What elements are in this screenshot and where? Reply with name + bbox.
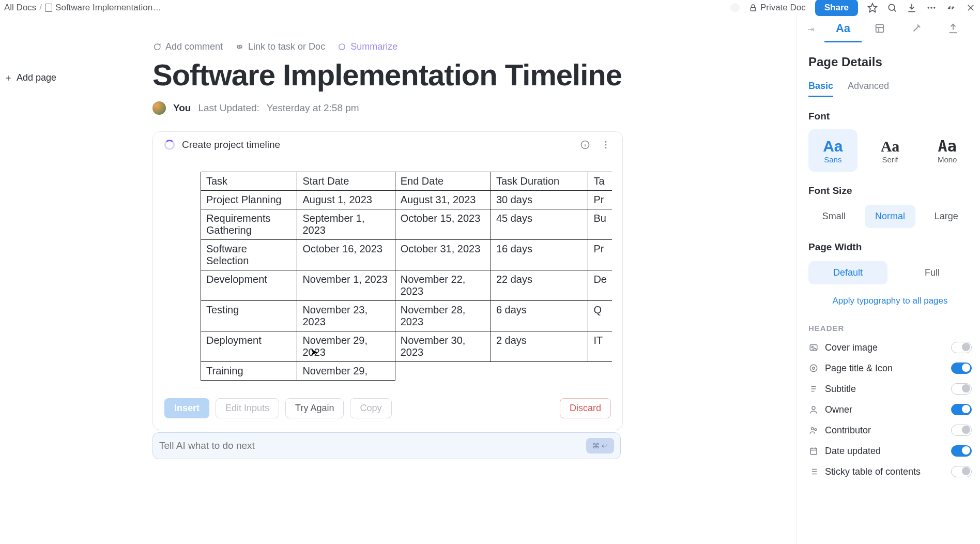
breadcrumb-root[interactable]: All Docs bbox=[4, 3, 36, 13]
last-updated-value: Yesterday at 2:58 pm bbox=[267, 102, 359, 114]
svg-rect-0 bbox=[751, 7, 755, 11]
panel-icon-tabs: ⇥ Aa bbox=[797, 16, 972, 42]
toggle-contributor[interactable] bbox=[951, 425, 972, 436]
font-mono[interactable]: AaMono bbox=[923, 129, 972, 172]
download-icon[interactable] bbox=[907, 3, 917, 13]
panel-title: Page Details bbox=[808, 55, 972, 69]
ai-block: Create project timeline Task Start Date bbox=[152, 131, 623, 430]
svg-rect-18 bbox=[876, 24, 884, 32]
add-comment-button[interactable]: Add comment bbox=[152, 41, 223, 52]
cell-start: October 16, 2023 bbox=[297, 240, 395, 270]
tab-template[interactable] bbox=[862, 16, 898, 42]
ai-button-row: Insert Edit Inputs Try Again Copy Discar… bbox=[153, 386, 622, 430]
toggle-subtitle[interactable] bbox=[951, 383, 972, 395]
opt-date-updated: Date updated bbox=[808, 445, 972, 457]
svg-point-27 bbox=[815, 429, 817, 431]
privacy-label: Private Doc bbox=[760, 3, 806, 13]
ai-table-wrap: Task Start Date End Date Task Duration T… bbox=[153, 158, 622, 386]
copy-button[interactable]: Copy bbox=[350, 398, 391, 418]
tab-ai[interactable] bbox=[898, 16, 935, 42]
cell-task: Project Planning bbox=[201, 191, 297, 209]
star-icon[interactable] bbox=[867, 3, 878, 13]
th-start: Start Date bbox=[297, 172, 395, 191]
calendar-icon bbox=[808, 446, 819, 456]
breadcrumb-current[interactable]: Software Implementation… bbox=[55, 3, 161, 13]
more-icon[interactable] bbox=[926, 3, 937, 13]
svg-point-17 bbox=[605, 147, 607, 148]
table-row[interactable]: Software SelectionOctober 16, 2023Octobe… bbox=[201, 240, 612, 270]
ai-send-button[interactable]: ⌘ ↵ bbox=[586, 438, 614, 454]
font-sans[interactable]: AaSans bbox=[808, 129, 858, 172]
panel-tabs: Basic Advanced bbox=[808, 81, 972, 97]
info-icon[interactable] bbox=[580, 140, 590, 150]
opt-title-icon: Page title & Icon bbox=[808, 362, 972, 374]
opt-label: Cover image bbox=[825, 342, 878, 353]
page-title[interactable]: Software Implementation Timeline bbox=[152, 57, 797, 92]
size-small[interactable]: Small bbox=[808, 205, 860, 228]
tab-export[interactable] bbox=[935, 16, 972, 42]
close-icon[interactable] bbox=[966, 3, 976, 13]
cell-last: Pr bbox=[588, 191, 612, 209]
svg-point-15 bbox=[605, 141, 607, 143]
summarize-button[interactable]: Summarize bbox=[338, 41, 397, 52]
cell-last: IT bbox=[588, 331, 612, 362]
discard-button[interactable]: Discard bbox=[560, 398, 611, 418]
timeline-table[interactable]: Task Start Date End Date Task Duration T… bbox=[201, 172, 612, 381]
search-icon[interactable] bbox=[887, 3, 897, 13]
link-task-button[interactable]: Link to task or Doc bbox=[235, 41, 325, 52]
avatar[interactable] bbox=[152, 101, 166, 115]
opt-sticky-toc: Sticky table of contents bbox=[808, 466, 972, 477]
tab-typography[interactable]: Aa bbox=[824, 16, 861, 42]
toggle-date-updated[interactable] bbox=[951, 445, 972, 457]
cell-end bbox=[395, 362, 491, 381]
collapse-icon[interactable] bbox=[946, 3, 956, 13]
topbar-right: Private Doc Share bbox=[730, 0, 976, 16]
font-serif[interactable]: AaSerif bbox=[866, 129, 915, 172]
edit-inputs-button[interactable]: Edit Inputs bbox=[216, 398, 279, 418]
width-default[interactable]: Default bbox=[808, 261, 887, 284]
toggle-cover[interactable] bbox=[951, 342, 972, 353]
table-row[interactable]: TrainingNovember 29, bbox=[201, 362, 612, 381]
image-icon bbox=[808, 342, 819, 353]
ai-followup-input[interactable] bbox=[159, 440, 523, 451]
indent-icon[interactable]: ⇥ bbox=[797, 16, 824, 42]
ai-prompt-text: Create project timeline bbox=[182, 139, 280, 150]
cell-start: August 1, 2023 bbox=[297, 191, 395, 209]
table-row[interactable]: DeploymentNovember 29, 2023November 30, … bbox=[201, 331, 612, 362]
svg-point-16 bbox=[605, 144, 607, 146]
table-row[interactable]: Requirements GatheringSeptember 1, 2023O… bbox=[201, 209, 612, 240]
size-normal[interactable]: Normal bbox=[865, 205, 916, 228]
tab-basic[interactable]: Basic bbox=[808, 81, 833, 97]
tab-advanced[interactable]: Advanced bbox=[848, 81, 889, 97]
svg-point-11 bbox=[339, 44, 345, 50]
add-page-button[interactable]: Add page bbox=[4, 72, 112, 83]
insert-button[interactable]: Insert bbox=[164, 398, 209, 418]
cell-end: November 22, 2023 bbox=[395, 270, 491, 301]
toggle-owner[interactable] bbox=[951, 404, 972, 415]
opt-label: Contributor bbox=[825, 425, 871, 436]
list-icon bbox=[808, 466, 819, 477]
table-row[interactable]: Project PlanningAugust 1, 2023August 31,… bbox=[201, 191, 612, 209]
font-size-row: Small Normal Large bbox=[808, 205, 972, 228]
try-again-button[interactable]: Try Again bbox=[285, 398, 344, 418]
header-section-label: HEADER bbox=[808, 324, 972, 333]
table-row[interactable]: DevelopmentNovember 1, 2023November 22, … bbox=[201, 270, 612, 301]
share-button[interactable]: Share bbox=[815, 0, 858, 16]
kebab-icon[interactable] bbox=[601, 140, 611, 150]
privacy-badge[interactable]: Private Doc bbox=[749, 3, 806, 13]
breadcrumb-separator: / bbox=[39, 3, 42, 13]
width-full[interactable]: Full bbox=[893, 261, 972, 284]
table-row[interactable]: TestingNovember 23, 2023November 28, 202… bbox=[201, 301, 612, 331]
last-updated-label: Last Updated: bbox=[198, 102, 259, 114]
cell-dur: 16 days bbox=[491, 240, 588, 270]
toggle-title-icon[interactable] bbox=[951, 362, 972, 374]
aa-icon: Aa bbox=[938, 137, 957, 155]
presence-icon[interactable] bbox=[730, 3, 740, 12]
svg-line-3 bbox=[894, 9, 896, 11]
cell-task: Software Selection bbox=[201, 240, 297, 270]
cell-task: Testing bbox=[201, 301, 297, 331]
apply-typography-link[interactable]: Apply typography to all pages bbox=[808, 296, 972, 306]
toggle-sticky-toc[interactable] bbox=[951, 466, 972, 477]
size-large[interactable]: Large bbox=[921, 205, 972, 228]
cell-end: November 30, 2023 bbox=[395, 331, 491, 362]
